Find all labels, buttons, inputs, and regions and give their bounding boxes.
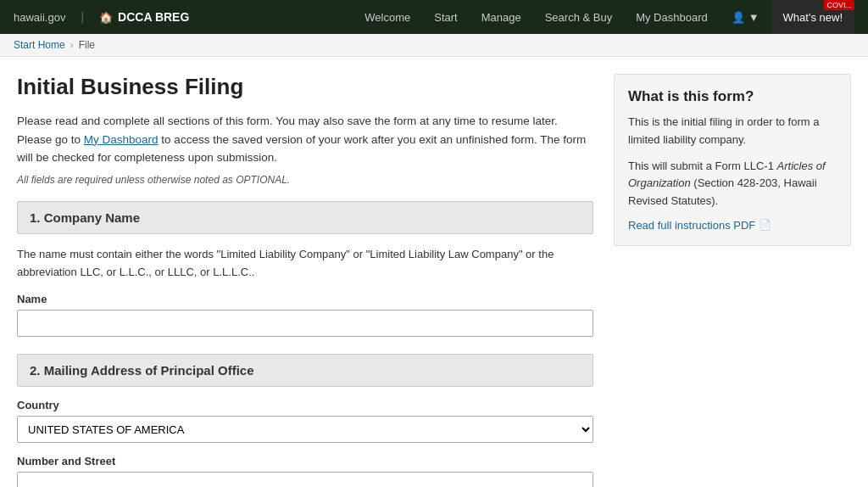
info-box: What is this form? This is the initial f… [614,74,851,246]
main-content: Initial Business Filing Please read and … [0,57,868,487]
info-p2-pre: This will submit a Form LLC-1 [628,160,777,172]
whats-new-button[interactable]: What's new! COVI... [771,0,854,34]
breadcrumb-current: File [79,39,95,51]
dcca-breg-label: DCCA BREG [118,10,189,24]
company-name-input[interactable] [17,310,593,337]
breadcrumb-start-home[interactable]: Start Home [14,39,65,51]
country-select[interactable]: UNITED STATES OF AMERICA [17,416,593,443]
breadcrumb-separator: › [70,39,74,51]
pdf-instructions-link[interactable]: Read full instructions PDF 📄 [628,219,837,232]
nav-welcome[interactable]: Welcome [353,0,422,34]
whats-new-label: What's new! [783,11,843,24]
nav-links: Welcome Start Manage Search & Buy My Das… [353,0,854,34]
country-label: Country [17,399,593,411]
name-label: Name [17,293,593,305]
intro-paragraph: Please read and complete all sections of… [17,112,593,167]
name-field-group: Name [17,293,593,337]
nav-search-buy[interactable]: Search & Buy [533,0,625,34]
nav-divider: | [81,10,84,24]
required-note: All fields are required unless otherwise… [17,174,593,186]
hawaii-gov-link[interactable]: hawaii.gov [14,11,65,24]
info-box-title: What is this form? [628,88,837,105]
info-box-p2: This will submit a Form LLC-1 Articles o… [628,158,837,210]
home-icon: 🏠 [99,11,113,24]
user-icon: 👤 [732,11,745,24]
pdf-icon: 📄 [759,219,771,231]
dcca-breg-brand: 🏠 DCCA BREG [99,10,189,24]
street-input[interactable] [17,472,593,487]
breadcrumb: Start Home › File [0,34,868,57]
section-header-2: 2. Mailing Address of Principal Office [17,354,593,387]
section-2-title: 2. Mailing Address of Principal Office [30,363,254,378]
street-field-group: Number and Street [17,455,593,487]
section-mailing-address: 2. Mailing Address of Principal Office C… [17,354,593,487]
section-company-name: 1. Company Name The name must contain ei… [17,201,593,338]
covid-badge: COVI... [824,0,854,10]
nav-manage[interactable]: Manage [470,0,533,34]
company-name-description: The name must contain either the words "… [17,246,593,282]
nav-start[interactable]: Start [422,0,469,34]
sidebar: What is this form? This is the initial f… [614,74,851,487]
page-title: Initial Business Filing [17,74,593,100]
street-label: Number and Street [17,455,593,467]
country-field-group: Country UNITED STATES OF AMERICA [17,399,593,443]
nav-dashboard[interactable]: My Dashboard [624,0,720,34]
section-1-title: 1. Company Name [30,210,140,225]
user-dropdown-arrow: ▼ [748,11,760,24]
user-menu[interactable]: 👤 ▼ [720,11,771,24]
section-header-1: 1. Company Name [17,201,593,234]
pdf-link-text: Read full instructions PDF [628,219,755,232]
form-area: Initial Business Filing Please read and … [17,74,593,487]
top-navigation: hawaii.gov | 🏠 DCCA BREG Welcome Start M… [0,0,868,34]
info-box-p1: This is the initial filing in order to f… [628,114,837,149]
dashboard-link[interactable]: My Dashboard [84,133,159,146]
brand-area: hawaii.gov | 🏠 DCCA BREG [14,10,189,24]
